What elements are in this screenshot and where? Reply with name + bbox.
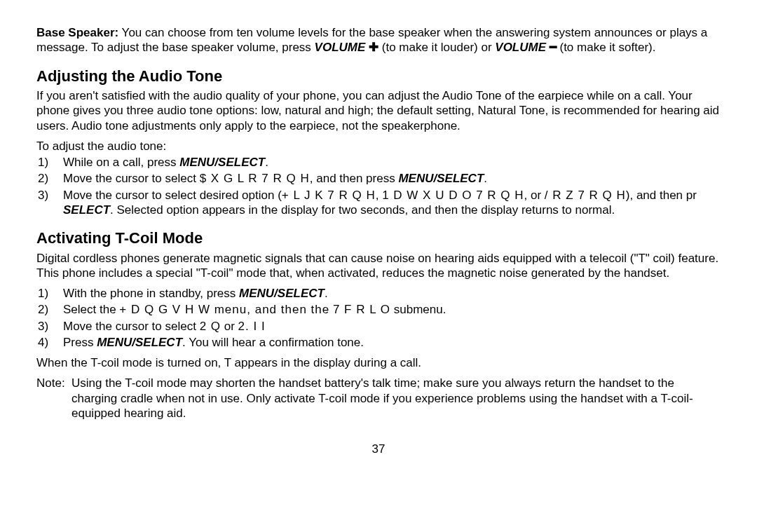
step-text: Press: [63, 336, 97, 349]
audio-tone-intro: If you aren't satisfied with the audio q…: [36, 88, 721, 133]
list-item: 3)Move the cursor to select desired opti…: [50, 188, 721, 218]
volume-plus-label: VOLUME: [315, 41, 369, 54]
tcoil-steps: 1)With the phone in standby, press MENU/…: [36, 286, 721, 350]
step-text: While on a call, press: [63, 156, 179, 169]
step-text: Move the cursor to select: [63, 172, 200, 185]
step-text: , and then press: [310, 172, 399, 185]
step-text: , or: [524, 189, 545, 202]
step-number: 2): [50, 171, 63, 186]
list-item: 4)Press MENU/SELECT. You will hear a con…: [50, 335, 721, 350]
step-text: Select the: [63, 303, 119, 316]
encoded-text: 2. I I: [238, 320, 266, 333]
step-text: . You will hear a confirmation tone.: [182, 336, 364, 349]
encoded-text: $ X G L R 7 R Q H: [200, 172, 310, 185]
heading-activating-tcoil: Activating T-Coil Mode: [36, 229, 721, 248]
step-text: ,: [376, 189, 382, 202]
list-item: 2)Move the cursor to select $ X G L R 7 …: [50, 171, 721, 186]
t-glyph-icon: T: [224, 356, 231, 369]
encoded-text: 2 Q: [200, 320, 221, 333]
base-speaker-label: Base Speaker:: [36, 26, 118, 39]
step-number: 4): [50, 335, 63, 350]
menu-select-label: MENU/SELECT: [239, 287, 325, 300]
note-label: Note:: [36, 376, 71, 421]
list-item: 2)Select the + D Q G V H W menu, and the…: [50, 302, 721, 317]
base-speaker-text2: (to make it louder) or: [378, 41, 495, 54]
step-number: 1): [50, 155, 63, 170]
encoded-text: + L J K 7 R Q H: [282, 189, 376, 202]
menu-select-label: MENU/SELECT: [179, 156, 265, 169]
encoded-text: 1 D W X U D O 7 R Q H: [382, 189, 524, 202]
step-text: Move the cursor to select: [63, 320, 200, 333]
heading-adjusting-audio-tone: Adjusting the Audio Tone: [36, 67, 721, 86]
tcoil-on-text1: When the T-coil mode is turned on,: [36, 356, 224, 369]
step-number: 3): [50, 188, 63, 203]
list-item: 1)With the phone in standby, press MENU/…: [50, 286, 721, 301]
note-row: Note: Using the T-coil mode may shorten …: [36, 376, 721, 421]
tcoil-intro: Digital cordless phones generate magneti…: [36, 251, 721, 281]
note-body: Using the T-coil mode may shorten the ha…: [71, 376, 721, 421]
step-number: 1): [50, 286, 63, 301]
list-item: 1)While on a call, press MENU/SELECT.: [50, 155, 721, 170]
step-text: . Selected option appears in the display…: [110, 203, 615, 217]
base-speaker-paragraph: Base Speaker: You can choose from ten vo…: [36, 25, 721, 55]
step-number: 2): [50, 302, 63, 317]
menu-select-label: MENU/SELECT: [97, 336, 182, 349]
document-page: Base Speaker: You can choose from ten vo…: [0, 0, 757, 532]
encoded-text: + D Q G V H W menu, and then the: [119, 303, 329, 316]
encoded-text: 7 F R L O: [333, 303, 390, 316]
step-text: ), and then pr: [626, 189, 697, 202]
step-number: 3): [50, 319, 63, 334]
tcoil-on-text2: appears in the display during a call.: [231, 356, 421, 369]
page-number: 37: [36, 442, 721, 456]
step-text: With the phone in standby, press: [63, 287, 239, 300]
step-text: .: [325, 287, 328, 300]
step-text: .: [265, 156, 268, 169]
step-text: submenu.: [390, 303, 446, 316]
minus-icon: ━: [550, 41, 557, 54]
base-speaker-text3: (to make it softer).: [557, 41, 656, 54]
audio-tone-lead: To adjust the audio tone:: [36, 139, 721, 154]
step-text: or: [221, 320, 238, 333]
select-label: SELECT: [63, 203, 110, 217]
menu-select-label: MENU/SELECT: [398, 172, 484, 185]
encoded-text: / R Z 7 R Q H: [545, 189, 626, 202]
plus-icon: ✚: [369, 41, 378, 54]
step-text: .: [484, 172, 487, 185]
tcoil-on-paragraph: When the T-coil mode is turned on, T app…: [36, 355, 721, 370]
list-item: 3)Move the cursor to select 2 Q or 2. I …: [50, 319, 721, 334]
step-text: Move the cursor to select desired option…: [63, 189, 282, 202]
volume-minus-label: VOLUME: [495, 41, 549, 54]
audio-tone-steps: 1)While on a call, press MENU/SELECT. 2)…: [36, 155, 721, 217]
